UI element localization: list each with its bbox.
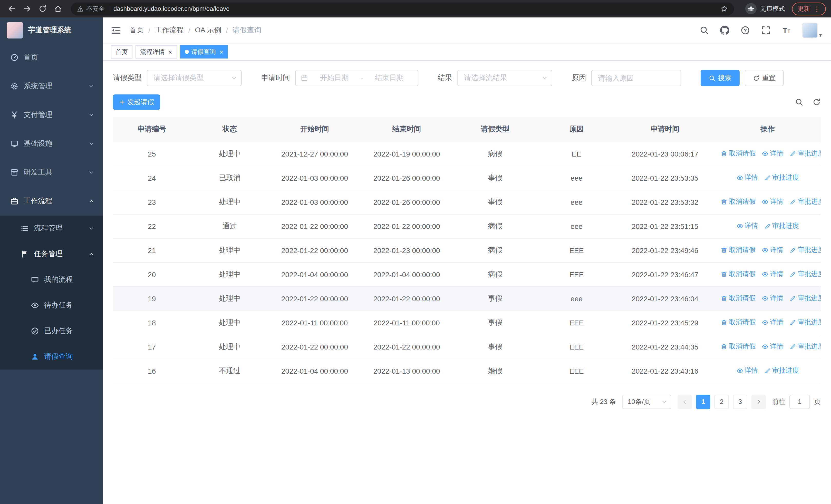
next-page-button[interactable] [751, 394, 766, 409]
github-icon[interactable] [720, 26, 729, 35]
fullscreen-icon[interactable] [761, 26, 770, 35]
detail-action-link[interactable]: 详情 [762, 245, 783, 255]
cancel-action-link[interactable]: 取消请假 [721, 197, 755, 207]
progress-action-link[interactable]: 审批进度 [790, 149, 821, 158]
breadcrumb-item-3[interactable]: OA 示例 [195, 26, 222, 35]
page-button-3[interactable]: 3 [733, 394, 747, 409]
progress-action-link[interactable]: 审批进度 [764, 173, 799, 182]
page-button-2[interactable]: 2 [715, 394, 729, 409]
page-size-select[interactable]: 10条/页 [622, 394, 671, 409]
tab-3[interactable]: 请假查询× [180, 45, 228, 59]
app-logo[interactable]: 芋道管理系统 [0, 18, 103, 43]
cancel-action-link[interactable]: 取消请假 [721, 318, 755, 327]
close-icon[interactable]: × [167, 49, 172, 55]
fontsize-icon[interactable]: TT [782, 26, 791, 35]
leave-type-select[interactable]: 请选择请假类型 [147, 70, 242, 86]
menu-dots-icon[interactable]: ⋮ [813, 5, 820, 12]
reload-button[interactable] [36, 2, 49, 16]
menu-fold-icon[interactable] [111, 25, 121, 35]
start-date-placeholder: 开始日期 [311, 73, 357, 83]
sidebar-item-11[interactable]: 已办任务 [0, 318, 103, 344]
breadcrumb-item-1[interactable]: 首页 [130, 26, 144, 35]
close-icon[interactable]: × [219, 49, 223, 55]
cell-reason: eee [538, 287, 615, 310]
back-arrow-button[interactable] [5, 2, 19, 16]
progress-action-link[interactable]: 审批进度 [790, 342, 821, 351]
sidebar-item-6[interactable]: 工作流程 [0, 187, 103, 215]
progress-action-link[interactable]: 审批进度 [790, 318, 821, 327]
refresh-table-icon[interactable] [812, 98, 821, 106]
detail-action-link[interactable]: 详情 [736, 221, 758, 231]
warning-icon [77, 5, 84, 12]
detail-action-link[interactable]: 详情 [762, 342, 783, 351]
sidebar-item-7[interactable]: 流程管理 [0, 215, 103, 241]
svg-text:T: T [787, 29, 790, 34]
cancel-action-link[interactable]: 取消请假 [721, 342, 755, 351]
progress-action-link[interactable]: 审批进度 [764, 221, 799, 231]
question-icon[interactable]: ? [741, 26, 750, 35]
search-button[interactable]: 搜索 [700, 70, 740, 86]
cell-reason: EEE [538, 335, 615, 359]
cancel-action-link[interactable]: 取消请假 [721, 245, 755, 255]
cancel-action-link[interactable]: 取消请假 [721, 294, 755, 303]
cell-end: 2022-01-26 00:00:00 [361, 166, 453, 190]
progress-action-link[interactable]: 审批进度 [790, 294, 821, 303]
sidebar-item-2[interactable]: 系统管理 [0, 72, 103, 100]
cell-start: 2022-01-03 00:00:00 [269, 190, 361, 214]
progress-action-link[interactable]: 审批进度 [790, 245, 821, 255]
create-leave-button[interactable]: 发起请假 [113, 94, 160, 110]
apply-time-range-picker[interactable]: 开始日期 - 结束日期 [295, 70, 418, 86]
detail-action-link[interactable]: 详情 [762, 270, 783, 279]
cancel-action-link[interactable]: 取消请假 [721, 270, 755, 279]
tab-2[interactable]: 流程详情× [136, 45, 177, 59]
action-label: 详情 [770, 342, 783, 351]
cancel-action-link[interactable]: 取消请假 [721, 149, 755, 158]
progress-action-link[interactable]: 审批进度 [764, 366, 799, 376]
detail-action-link[interactable]: 详情 [762, 149, 783, 158]
breadcrumb-item-2[interactable]: 工作流程 [155, 26, 184, 35]
breadcrumb-item-4: 请假查询 [232, 26, 261, 35]
cell-end: 2022-01-04 00:00:00 [361, 262, 453, 287]
progress-action-link[interactable]: 审批进度 [790, 270, 821, 279]
edit-icon [790, 271, 796, 278]
reason-input[interactable] [591, 70, 681, 86]
detail-action-link[interactable]: 详情 [736, 173, 758, 182]
sidebar-item-label: 基础设施 [24, 139, 88, 148]
action-label: 取消请假 [729, 342, 755, 351]
search-icon[interactable] [699, 26, 709, 35]
forward-arrow-icon [23, 5, 31, 13]
tab-1[interactable]: 首页 [111, 45, 133, 59]
detail-action-link[interactable]: 详情 [762, 294, 783, 303]
bookmark-star-icon[interactable] [721, 5, 728, 12]
prev-page-button[interactable] [678, 394, 692, 409]
progress-action-link[interactable]: 审批进度 [790, 197, 821, 207]
zoom-search-icon[interactable] [795, 98, 803, 106]
sidebar-item-12[interactable]: 请假查询 [0, 344, 103, 369]
sidebar-item-10[interactable]: 待办任务 [0, 293, 103, 318]
user-menu[interactable]: ▾ [802, 23, 822, 38]
cell-applied: 2022-01-22 23:44:35 [615, 335, 715, 359]
detail-action-link[interactable]: 详情 [736, 366, 758, 376]
reset-button[interactable]: 重置 [745, 70, 784, 86]
sidebar-item-4[interactable]: 基础设施 [0, 129, 103, 158]
sidebar-item-9[interactable]: 我的流程 [0, 267, 103, 293]
detail-action-link[interactable]: 详情 [762, 197, 783, 207]
address-bar[interactable]: 不安全 dashboard.yudao.iocoder.cn/bpm/oa/le… [71, 2, 734, 15]
column-header-3: 开始时间 [269, 117, 361, 142]
result-select[interactable]: 请选择流结果 [457, 70, 552, 86]
sidebar-item-8[interactable]: 任务管理 [0, 241, 103, 267]
breadcrumb: 首页/工作流程/OA 示例/请假查询 [130, 26, 261, 35]
check-circle-icon [31, 327, 39, 335]
forward-arrow-button[interactable] [21, 2, 34, 16]
cell-reason: eee [538, 214, 615, 238]
sidebar-item-3[interactable]: 支付管理 [0, 100, 103, 129]
page-button-1[interactable]: 1 [696, 394, 710, 409]
pagination-total: 共 23 条 [592, 397, 616, 406]
sidebar-item-1[interactable]: 首页 [0, 43, 103, 72]
browser-update-button[interactable]: 更新 ⋮ [792, 2, 826, 15]
sidebar-item-5[interactable]: 研发工具 [0, 158, 103, 187]
home-button[interactable] [51, 2, 65, 16]
goto-prefix: 前往 [772, 397, 785, 406]
goto-page-input[interactable] [790, 394, 810, 409]
detail-action-link[interactable]: 详情 [762, 318, 783, 327]
